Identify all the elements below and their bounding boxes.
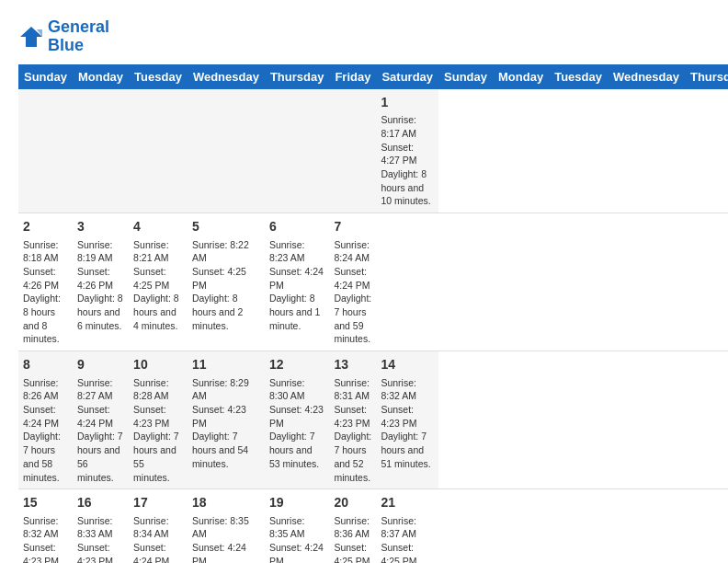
day-info: Sunrise: 8:28 AMSunset: 4:23 PMDaylight:… — [133, 376, 183, 485]
page-header: General Blue — [18, 18, 710, 55]
day-number: 17 — [133, 494, 183, 512]
day-number: 13 — [334, 356, 371, 374]
calendar-cell — [265, 89, 330, 213]
calendar-cell: 6Sunrise: 8:23 AMSunset: 4:24 PMDaylight… — [265, 213, 330, 351]
day-number: 4 — [133, 218, 183, 236]
day-info: Sunrise: 8:37 AMSunset: 4:25 PMDaylight:… — [381, 514, 434, 563]
calendar-cell: 2Sunrise: 8:18 AMSunset: 4:26 PMDaylight… — [18, 213, 73, 351]
calendar-cell: 21Sunrise: 8:37 AMSunset: 4:25 PMDayligh… — [376, 489, 438, 563]
calendar-cell: 16Sunrise: 8:33 AMSunset: 4:23 PMDayligh… — [73, 489, 129, 563]
day-info: Sunrise: 8:22 AMSunset: 4:25 PMDaylight:… — [192, 238, 260, 333]
day-number: 10 — [133, 356, 183, 374]
day-info: Sunrise: 8:21 AMSunset: 4:25 PMDaylight:… — [133, 238, 183, 333]
day-number: 19 — [269, 494, 325, 512]
calendar-table: SundayMondayTuesdayWednesdayThursdayFrid… — [18, 64, 728, 563]
header-tuesday: Tuesday — [549, 64, 608, 89]
header-friday: Friday — [329, 64, 376, 89]
calendar-cell — [73, 89, 129, 213]
day-info: Sunrise: 8:34 AMSunset: 4:24 PMDaylight:… — [133, 514, 183, 563]
logo-text: General Blue — [48, 18, 109, 55]
day-number: 1 — [381, 94, 434, 112]
day-info: Sunrise: 8:36 AMSunset: 4:25 PMDaylight:… — [334, 514, 371, 563]
calendar-cell: 13Sunrise: 8:31 AMSunset: 4:23 PMDayligh… — [329, 351, 376, 489]
calendar-cell: 15Sunrise: 8:32 AMSunset: 4:23 PMDayligh… — [18, 489, 73, 563]
calendar-cell — [329, 89, 376, 213]
day-info: Sunrise: 8:30 AMSunset: 4:23 PMDaylight:… — [269, 376, 325, 471]
calendar-cell: 20Sunrise: 8:36 AMSunset: 4:25 PMDayligh… — [329, 489, 376, 563]
calendar-cell: 4Sunrise: 8:21 AMSunset: 4:25 PMDaylight… — [129, 213, 188, 351]
calendar-cell — [129, 89, 188, 213]
header-monday: Monday — [493, 64, 549, 89]
calendar-cell: 10Sunrise: 8:28 AMSunset: 4:23 PMDayligh… — [129, 351, 188, 489]
calendar-cell: 1Sunrise: 8:17 AMSunset: 4:27 PMDaylight… — [376, 89, 438, 213]
header-monday: Monday — [73, 64, 129, 89]
day-number: 12 — [269, 356, 325, 374]
header-sunday: Sunday — [18, 64, 73, 89]
day-info: Sunrise: 8:35 AMSunset: 4:24 PMDaylight:… — [192, 514, 260, 563]
calendar-cell: 11Sunrise: 8:29 AMSunset: 4:23 PMDayligh… — [188, 351, 265, 489]
calendar-cell: 12Sunrise: 8:30 AMSunset: 4:23 PMDayligh… — [265, 351, 330, 489]
day-info: Sunrise: 8:24 AMSunset: 4:24 PMDaylight:… — [334, 238, 371, 347]
day-info: Sunrise: 8:33 AMSunset: 4:23 PMDaylight:… — [77, 514, 124, 563]
logo: General Blue — [18, 18, 109, 55]
day-number: 21 — [381, 494, 434, 512]
day-number: 2 — [23, 218, 68, 236]
calendar-cell: 14Sunrise: 8:32 AMSunset: 4:23 PMDayligh… — [376, 351, 438, 489]
day-number: 14 — [381, 356, 434, 374]
calendar-cell: 7Sunrise: 8:24 AMSunset: 4:24 PMDaylight… — [329, 213, 376, 351]
calendar-cell: 9Sunrise: 8:27 AMSunset: 4:24 PMDaylight… — [73, 351, 129, 489]
logo-icon — [18, 24, 44, 50]
day-number: 6 — [269, 218, 325, 236]
calendar-week-row: 8Sunrise: 8:26 AMSunset: 4:24 PMDaylight… — [18, 351, 728, 489]
calendar-cell: 18Sunrise: 8:35 AMSunset: 4:24 PMDayligh… — [188, 489, 265, 563]
day-number: 20 — [334, 494, 371, 512]
day-info: Sunrise: 8:35 AMSunset: 4:24 PMDaylight:… — [269, 514, 325, 563]
calendar-header-row: SundayMondayTuesdayWednesdayThursdayFrid… — [18, 64, 728, 89]
day-info: Sunrise: 8:27 AMSunset: 4:24 PMDaylight:… — [77, 376, 124, 485]
header-wednesday: Wednesday — [188, 64, 265, 89]
calendar-cell: 17Sunrise: 8:34 AMSunset: 4:24 PMDayligh… — [129, 489, 188, 563]
day-info: Sunrise: 8:19 AMSunset: 4:26 PMDaylight:… — [77, 238, 124, 333]
day-info: Sunrise: 8:23 AMSunset: 4:24 PMDaylight:… — [269, 238, 325, 333]
calendar-week-row: 15Sunrise: 8:32 AMSunset: 4:23 PMDayligh… — [18, 489, 728, 563]
calendar-cell: 8Sunrise: 8:26 AMSunset: 4:24 PMDaylight… — [18, 351, 73, 489]
header-thursday: Thursday — [685, 64, 728, 89]
calendar-week-row: 2Sunrise: 8:18 AMSunset: 4:26 PMDaylight… — [18, 213, 728, 351]
calendar-week-row: 1Sunrise: 8:17 AMSunset: 4:27 PMDaylight… — [18, 89, 728, 213]
day-number: 5 — [192, 218, 260, 236]
day-number: 7 — [334, 218, 371, 236]
day-number: 15 — [23, 494, 68, 512]
calendar-cell — [18, 89, 73, 213]
day-info: Sunrise: 8:18 AMSunset: 4:26 PMDaylight:… — [23, 238, 68, 347]
header-sunday: Sunday — [438, 64, 493, 89]
header-wednesday: Wednesday — [608, 64, 685, 89]
day-number: 3 — [77, 218, 124, 236]
header-tuesday: Tuesday — [129, 64, 188, 89]
day-info: Sunrise: 8:29 AMSunset: 4:23 PMDaylight:… — [192, 376, 260, 471]
day-number: 11 — [192, 356, 260, 374]
calendar-cell: 5Sunrise: 8:22 AMSunset: 4:25 PMDaylight… — [188, 213, 265, 351]
day-number: 18 — [192, 494, 260, 512]
calendar-cell: 19Sunrise: 8:35 AMSunset: 4:24 PMDayligh… — [265, 489, 330, 563]
header-thursday: Thursday — [265, 64, 330, 89]
day-info: Sunrise: 8:32 AMSunset: 4:23 PMDaylight:… — [23, 514, 68, 563]
day-info: Sunrise: 8:17 AMSunset: 4:27 PMDaylight:… — [381, 113, 434, 208]
day-number: 16 — [77, 494, 124, 512]
calendar-cell: 3Sunrise: 8:19 AMSunset: 4:26 PMDaylight… — [73, 213, 129, 351]
day-info: Sunrise: 8:31 AMSunset: 4:23 PMDaylight:… — [334, 376, 371, 485]
day-info: Sunrise: 8:32 AMSunset: 4:23 PMDaylight:… — [381, 376, 434, 471]
header-saturday: Saturday — [376, 64, 438, 89]
day-number: 9 — [77, 356, 124, 374]
day-info: Sunrise: 8:26 AMSunset: 4:24 PMDaylight:… — [23, 376, 68, 485]
day-number: 8 — [23, 356, 68, 374]
calendar-cell — [188, 89, 265, 213]
